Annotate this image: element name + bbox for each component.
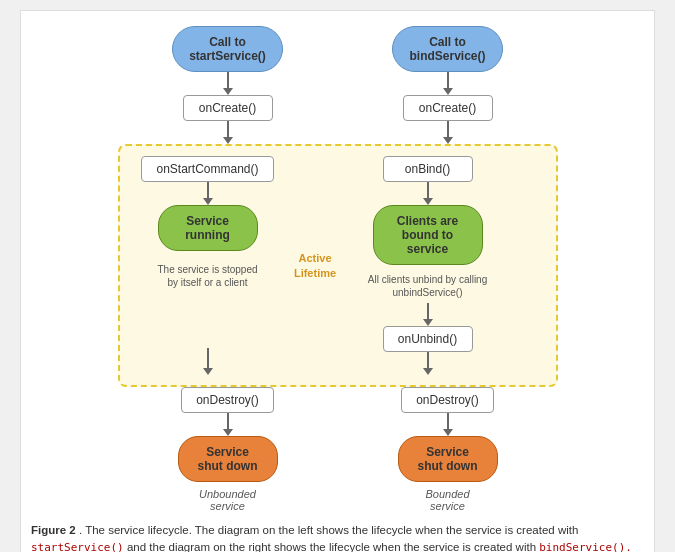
arrow8 (343, 303, 513, 326)
caption-text2: and the diagram on the right shows the l… (127, 541, 536, 552)
right-oncreate-node: onCreate() (403, 95, 493, 121)
left-column-top: Call to startService() onCreate() (148, 26, 308, 144)
left-onstartcommand-node: onStartCommand() (141, 156, 273, 182)
arrow5 (128, 182, 288, 205)
arrow4 (368, 121, 528, 144)
left-service-running-node: Service running (158, 205, 258, 251)
top-columns: Call to startService() onCreate() Call t… (31, 26, 644, 144)
left-inner: onStartCommand() Service running The ser… (128, 156, 288, 375)
arrow3 (368, 72, 528, 95)
diagram-area: Call to startService() onCreate() Call t… (20, 10, 655, 552)
bottom-section: onDestroy() Service shut down Unbounded … (31, 387, 644, 512)
left-oncreate-node: onCreate() (183, 95, 273, 121)
arrow2 (148, 121, 308, 144)
left-column-bottom: onDestroy() Service shut down Unbounded … (148, 387, 308, 512)
arrow9 (343, 352, 513, 375)
right-onunbind-node: onUnbind() (383, 326, 473, 352)
right-clients-bound-node: Clients are bound to service (373, 205, 483, 265)
active-lifetime-label: Active Lifetime (288, 156, 343, 375)
right-onbind-node: onBind() (383, 156, 473, 182)
right-sub-text: All clients unbind by calling unbindServ… (368, 273, 488, 299)
caption-figure-label: Figure 2 (31, 524, 76, 536)
left-start-label: Call to startService() (189, 35, 266, 63)
caption-code1: startService() (31, 541, 124, 552)
left-start-node: Call to startService() (172, 26, 283, 72)
page-container: Call to startService() onCreate() Call t… (0, 0, 675, 552)
caption-area: Figure 2 . The service lifecycle. The di… (31, 522, 644, 552)
arrow6 (203, 348, 213, 375)
arrow1 (148, 72, 308, 95)
arrow7 (343, 182, 513, 205)
arrow11 (368, 413, 528, 436)
arrow10 (148, 413, 308, 436)
active-lifetime-section: onStartCommand() Service running The ser… (118, 144, 558, 387)
right-start-label: Call to bindService() (409, 35, 485, 63)
active-lifetime-box: onStartCommand() Service running The ser… (118, 144, 558, 387)
right-column-top: Call to bindService() onCreate() (368, 26, 528, 144)
left-col-label: Unbounded service (199, 488, 256, 512)
left-shutdown-node: Service shut down (178, 436, 278, 482)
right-start-node: Call to bindService() (392, 26, 502, 72)
left-ondestroy-node: onDestroy() (181, 387, 274, 413)
left-sub-text: The service is stopped by itself or a cl… (157, 263, 257, 289)
right-col-label: Bounded service (425, 488, 469, 512)
right-column-bottom: onDestroy() Service shut down Bounded se… (368, 387, 528, 512)
right-inner: onBind() Clients are bound to service Al… (343, 156, 513, 375)
caption-main-text: The service lifecycle. The diagram on th… (85, 524, 578, 536)
caption-code2: bindService(). (539, 541, 632, 552)
right-shutdown-node: Service shut down (398, 436, 498, 482)
right-ondestroy-node: onDestroy() (401, 387, 494, 413)
